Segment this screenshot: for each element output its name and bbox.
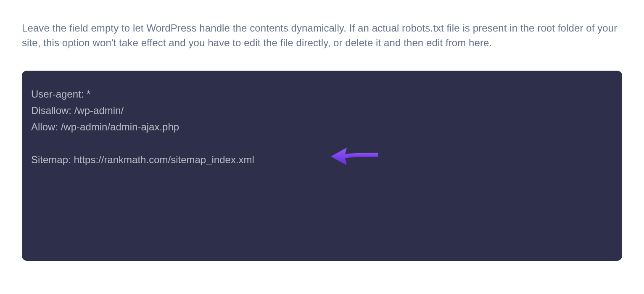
editor-container: [22, 71, 622, 262]
field-description: Leave the field empty to let WordPress h…: [22, 21, 622, 50]
robots-txt-editor[interactable]: [22, 71, 622, 261]
